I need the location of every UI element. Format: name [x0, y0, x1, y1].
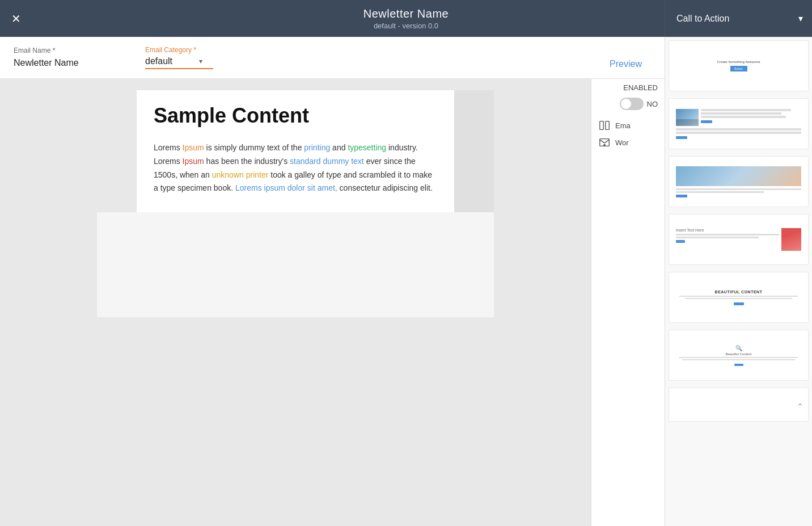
workflow-icon-label: Wor — [615, 138, 629, 147]
tmpl4-insert-text: Insert Text Here — [676, 228, 779, 232]
workflow-icon-item[interactable]: Wor — [598, 136, 658, 149]
tmpl6-btn-wrapper — [674, 361, 803, 366]
enabled-section: ENABLED — [591, 79, 665, 94]
email-name-input[interactable] — [14, 57, 127, 69]
tmpl5-btn — [734, 302, 744, 305]
email-columns-icon — [598, 119, 611, 132]
email-name-field: Email Name * — [14, 47, 127, 69]
tmpl2-line-2 — [701, 112, 781, 115]
body-text-15: consectetur adipiscing elit. — [337, 183, 433, 192]
template-item-7[interactable] — [669, 388, 809, 422]
tmpl2-bottom-btn — [676, 136, 687, 139]
tmpl5-line-2 — [685, 298, 792, 299]
tmpl4-line-1 — [676, 234, 779, 235]
canvas-right-overlay: ENABLED NO Ema — [591, 79, 665, 526]
tmpl5-line-1 — [679, 296, 798, 297]
cta-label: Call to Action — [676, 14, 729, 24]
body-text-3: is simply dummy text of the — [204, 143, 304, 152]
preview-link[interactable]: Preview — [610, 59, 642, 69]
enabled-toggle[interactable] — [620, 98, 644, 110]
template-thumb-3 — [669, 161, 808, 203]
newsletter-title: Newletter Name — [363, 7, 449, 20]
icon-rows: Ema Wor — [591, 115, 665, 153]
tmpl2-image — [676, 109, 699, 126]
toggle-no-label: NO — [647, 100, 658, 108]
body-text-5: and — [330, 143, 348, 152]
tmpl6-icon: 🔍 — [674, 345, 803, 351]
tmpl2-btn — [701, 120, 712, 123]
svg-rect-1 — [606, 121, 609, 130]
email-heading: Sample Content — [154, 104, 437, 128]
tmpl2-bottom-line-2 — [676, 132, 801, 134]
email-name-label: Email Name * — [14, 47, 127, 54]
svg-point-3 — [603, 144, 606, 146]
email-content-block: Sample Content Lorems Ipsum is simply du… — [137, 90, 454, 212]
chevron-down-icon: ▾ — [798, 13, 803, 24]
email-category-label: Email Category * — [145, 46, 213, 54]
tmpl4-row: Insert Text Here — [676, 228, 801, 251]
body-text-8: Ipsum — [183, 157, 204, 166]
tmpl6-btn — [734, 364, 743, 366]
newsletter-subtitle: default - version 0.0 — [363, 22, 449, 30]
svg-rect-0 — [600, 121, 603, 130]
template-thumb-2 — [669, 103, 808, 145]
tmpl2-right — [701, 109, 801, 123]
header-title-block: Newletter Name default - version 0.0 — [363, 7, 449, 30]
tmpl1-btn-wrapper: Button — [676, 66, 801, 71]
canvas-wrapper: Sample Content Lorems Ipsum is simply du… — [0, 79, 665, 526]
toggle-row: NO — [591, 98, 665, 115]
email-category-wrapper: default newsletter promotional transacti… — [145, 56, 213, 69]
tmpl1-text: Create Something Awesome — [676, 60, 801, 64]
close-button[interactable]: ✕ — [11, 13, 21, 24]
tmpl7-content — [674, 401, 803, 408]
template-item-6[interactable]: 🔍 Beautiful Content — [669, 330, 809, 381]
enabled-label: ENABLED — [598, 83, 658, 92]
body-text-2: Ipsum — [183, 143, 204, 152]
tmpl2-bottom-line-1 — [676, 128, 801, 131]
email-sidebar-right — [454, 90, 494, 212]
template-thumb-6: 🔍 Beautiful Content — [669, 340, 808, 371]
template-sidebar: Create Something Awesome Button — [665, 37, 812, 526]
body-text-4: printing — [304, 143, 330, 152]
tmpl6-line-1 — [679, 357, 798, 358]
email-icon-label: Ema — [615, 121, 631, 130]
template-item-2[interactable] — [669, 98, 809, 149]
body-text-14: Lorems ipsum dolor sit amet, — [235, 183, 337, 192]
tmpl3-image — [676, 166, 801, 186]
tmpl2-bottom — [676, 128, 801, 139]
tmpl6-title: Beautiful Content — [674, 352, 803, 356]
tmpl3-line-2 — [676, 191, 764, 193]
tmpl7-icon — [797, 401, 803, 408]
email-category-field: Email Category * default newsletter prom… — [145, 46, 213, 69]
tmpl4-left: Insert Text Here — [676, 228, 779, 251]
tmpl2-line-3 — [701, 116, 786, 118]
tmpl3-line-1 — [676, 188, 801, 190]
template-thumb-7 — [669, 397, 808, 413]
body-text-10: standard dummy text — [290, 157, 364, 166]
body-text-12: unknown printer — [212, 170, 269, 179]
email-icon-item[interactable]: Ema — [598, 119, 658, 132]
header: ✕ Newletter Name default - version 0.0 C… — [0, 0, 812, 37]
email-body: Lorems Ipsum is simply dummy text of the… — [154, 141, 437, 195]
email-category-select[interactable]: default newsletter promotional transacti… — [145, 56, 208, 66]
template-item-3[interactable] — [669, 156, 809, 207]
tmpl4-btn — [676, 240, 685, 243]
body-text-1: Lorems — [154, 143, 183, 152]
email-preview: Sample Content Lorems Ipsum is simply du… — [97, 90, 494, 317]
cta-header[interactable]: Call to Action ▾ — [665, 0, 812, 37]
template-item-5[interactable]: BEAUTIFUL CONTENT — [669, 272, 809, 323]
editor-area: Email Name * Email Category * default ne… — [0, 37, 665, 526]
email-canvas[interactable]: Sample Content Lorems Ipsum is simply du… — [0, 79, 591, 526]
tmpl1-btn-label: Button — [734, 67, 742, 70]
body-text-9: has been the industry's — [204, 157, 290, 166]
body-text-6: typesetting — [348, 143, 386, 152]
template-item-1[interactable]: Create Something Awesome Button — [669, 40, 809, 91]
tmpl6-line-2 — [682, 359, 795, 360]
tmpl1-cta-btn: Button — [730, 66, 747, 71]
template-thumb-1: Create Something Awesome Button — [669, 54, 808, 77]
template-item-4[interactable]: Insert Text Here — [669, 214, 809, 265]
tmpl2-line-1 — [701, 109, 791, 111]
tmpl5-btn-wrapper — [674, 300, 803, 305]
tmpl4-line-2 — [676, 237, 759, 238]
tmpl5-title: BEAUTIFUL CONTENT — [674, 290, 803, 294]
